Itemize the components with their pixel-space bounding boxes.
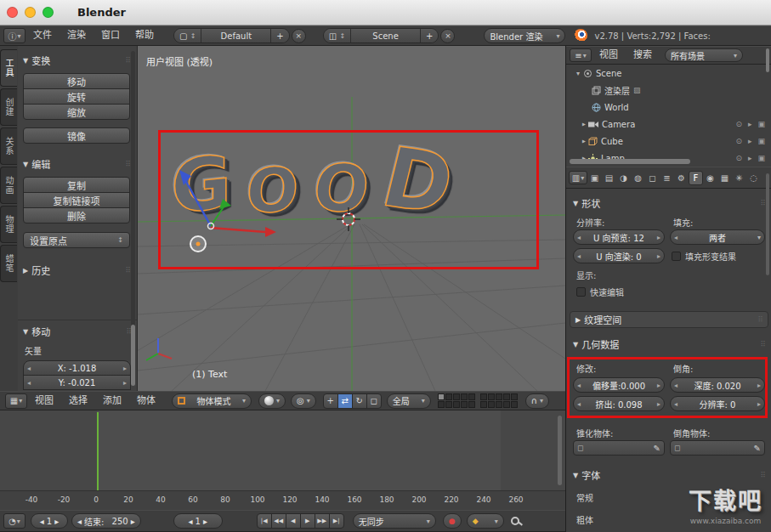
fill-deformed-checkbox[interactable]: [672, 252, 681, 261]
hide-toggle-eye-icon[interactable]: ⊙: [735, 154, 742, 162]
keying-set-select[interactable]: ◆▾: [467, 513, 504, 529]
layer-toggle[interactable]: [461, 401, 468, 408]
layer-toggle[interactable]: [468, 401, 475, 408]
viewport-3d[interactable]: 用户视图 (透视) G O O D: [138, 46, 565, 391]
current-frame-field[interactable]: ◂1▸: [173, 513, 223, 529]
mode-select[interactable]: 物体模式 ▾: [172, 393, 252, 409]
screen-name[interactable]: Default: [201, 29, 271, 42]
layer-toggle[interactable]: [461, 393, 468, 400]
prev-keyframe-button[interactable]: ◀◀: [271, 513, 286, 529]
selectable-toggle-icon[interactable]: ▸: [748, 137, 752, 145]
mirror-button[interactable]: 镜像: [23, 127, 130, 144]
delete-scene-button[interactable]: ×: [440, 29, 455, 43]
frame-start-field[interactable]: ◂1▸: [31, 513, 68, 529]
add-scene-button[interactable]: +: [421, 29, 438, 42]
layer-toggle[interactable]: [445, 401, 452, 408]
menu-window[interactable]: 窗口: [94, 26, 128, 45]
render-toggle-icon[interactable]: ▣: [757, 137, 765, 145]
maximize-window-button[interactable]: [43, 7, 54, 18]
tab-world-icon[interactable]: ◍: [631, 171, 645, 185]
manipulator-translate-toggle[interactable]: ⇄: [337, 393, 353, 409]
vector-x-field[interactable]: ◂ X: -1.018 ▸: [23, 360, 131, 376]
expand-icon[interactable]: ▾: [576, 70, 580, 77]
layer-toggle[interactable]: [511, 393, 518, 400]
jump-to-start-button[interactable]: |◀: [257, 513, 272, 529]
snap-toggle[interactable]: ∩▾: [525, 393, 549, 409]
tab-texture-icon[interactable]: ▦: [717, 171, 732, 185]
layer-toggle[interactable]: [468, 393, 475, 400]
extrude-field[interactable]: ◂ 挤出: 0.098 ▸: [573, 396, 665, 411]
manipulator-rotate-toggle[interactable]: ↻: [352, 393, 367, 409]
menu-render[interactable]: 渲染: [60, 26, 94, 45]
sync-mode-select[interactable]: 无同步▾: [353, 513, 436, 529]
preview-u-field[interactable]: ◂ U 向预览: 12 ▸: [573, 229, 665, 245]
menu-select[interactable]: 选择: [61, 392, 95, 410]
outliner-h-scrollbar[interactable]: [570, 159, 690, 164]
timeline[interactable]: -40 -20 0 20 40 60 80 100 120 140 160 18…: [0, 410, 565, 510]
viewport-shading-select[interactable]: ▾: [258, 393, 286, 409]
toolshelf-scrollbar[interactable]: [131, 325, 135, 386]
vector-y-field[interactable]: ◂ Y: -0.021 ▸: [23, 375, 131, 390]
selectable-toggle-icon[interactable]: ▸: [748, 154, 752, 162]
rotate-button[interactable]: 旋转: [23, 88, 130, 105]
properties-scrollbar[interactable]: [766, 173, 769, 275]
transform-orientation-select[interactable]: 全局▾: [387, 393, 431, 409]
editor-type-properties-button[interactable]: ▥▾: [569, 171, 587, 184]
tab-create[interactable]: 创建: [0, 88, 17, 126]
tab-tools[interactable]: 工具: [0, 49, 17, 87]
eyedropper-icon[interactable]: ✎: [754, 444, 761, 453]
delete-screen-button[interactable]: ×: [292, 29, 306, 43]
render-toggle-icon[interactable]: ▣: [757, 120, 765, 128]
pivot-point-select[interactable]: ◎▾: [291, 393, 316, 409]
delete-button[interactable]: 删除: [23, 207, 130, 224]
layer-toggle[interactable]: [503, 393, 510, 400]
panel-header-texture-space[interactable]: ▶ 纹理空间 ⠿: [570, 311, 768, 328]
panel-header-move-operator[interactable]: ▼ 移动 ⠿: [23, 324, 131, 339]
tab-physics-icon[interactable]: ◌: [746, 171, 761, 185]
close-window-button[interactable]: [7, 7, 18, 18]
text-object-good[interactable]: G O O D: [167, 144, 456, 218]
layer-toggle[interactable]: [480, 401, 487, 408]
editor-type-timeline-button[interactable]: ◔▾: [3, 513, 26, 529]
play-button[interactable]: ▶: [300, 513, 315, 529]
editor-type-info-button[interactable]: ⓘ▾: [3, 28, 26, 43]
layer-toggle[interactable]: [480, 393, 487, 400]
outliner-item-cube[interactable]: ▾ Cube ⊙ ▸ ▣: [566, 133, 771, 150]
duplicate-linked-button[interactable]: 复制链接项: [23, 192, 130, 208]
current-frame-line[interactable]: [97, 412, 99, 490]
play-reverse-button[interactable]: ◀: [286, 513, 301, 529]
tab-material-icon[interactable]: ◉: [703, 171, 717, 185]
manipulator-axis-toggle[interactable]: +: [323, 393, 338, 409]
record-button[interactable]: ●: [443, 513, 462, 529]
tab-object-data-icon[interactable]: F: [689, 171, 703, 185]
menu-object[interactable]: 物体: [129, 392, 163, 410]
menu-file[interactable]: 文件: [26, 26, 60, 45]
hide-toggle-eye-icon[interactable]: ⊙: [735, 137, 742, 145]
eyedropper-icon[interactable]: ✎: [654, 444, 660, 453]
bevel-resolution-field[interactable]: ◂ 分辨率: 0 ▸: [670, 396, 765, 411]
jump-to-end-button[interactable]: ▶|: [329, 513, 344, 529]
layer-toggle[interactable]: [438, 401, 445, 408]
layer-toggle[interactable]: [453, 401, 460, 408]
render-u-field[interactable]: ◂ U 向渲染: 0 ▸: [573, 248, 665, 263]
fill-mode-select[interactable]: ◂ 两者 ▾: [670, 229, 765, 245]
layer-toggle[interactable]: [496, 401, 502, 408]
translate-button[interactable]: 移动: [23, 73, 130, 89]
panel-header-geometry[interactable]: ▼ 几何数据 ⠿: [573, 337, 765, 352]
bevel-object-field[interactable]: ◻ ✎: [670, 440, 765, 456]
offset-field[interactable]: ◂ 偏移量:0.000 ▸: [573, 377, 665, 393]
menu-outliner-search[interactable]: 搜索: [626, 47, 660, 64]
layer-toggle[interactable]: [488, 401, 495, 408]
layer-toggle[interactable]: [496, 393, 502, 400]
layer-toggle[interactable]: [445, 393, 452, 400]
selectable-toggle-icon[interactable]: ▸: [748, 120, 752, 128]
editor-type-outliner-button[interactable]: ≡▾: [570, 48, 592, 62]
editor-type-3d-view-button[interactable]: ▦▾: [5, 393, 27, 409]
outliner-item-renderlayers[interactable]: 渲染层 ▨: [566, 82, 771, 99]
tab-relations[interactable]: 关系: [0, 127, 17, 165]
tab-particles-icon[interactable]: ✳: [732, 171, 746, 185]
outliner-v-scrollbar[interactable]: [766, 48, 769, 72]
timeline-scrollbar[interactable]: [558, 416, 562, 485]
insert-keyframe-button[interactable]: [509, 514, 523, 528]
tab-constraints-icon[interactable]: ≣: [660, 171, 674, 185]
